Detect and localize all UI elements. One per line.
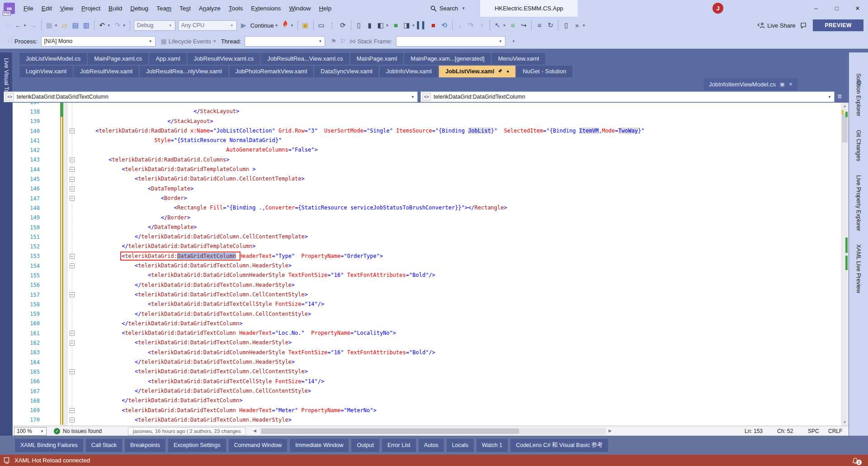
dropdown-arrow-icon[interactable]: ▼: [275, 24, 278, 28]
navigation-dropdown-left[interactable]: <> telerikDataGrid:DataGridTextColumn ▼: [4, 91, 418, 102]
code-text[interactable]: </DataTemplate>: [76, 223, 197, 232]
package-icon[interactable]: ▮: [365, 20, 375, 31]
menu-tools[interactable]: Tools: [225, 0, 247, 17]
step-over-icon[interactable]: ↷: [466, 20, 476, 31]
code-text[interactable]: </Border>: [76, 213, 190, 223]
tab-jobresultview-xaml-cs[interactable]: JobResultView.xaml.cs: [188, 53, 260, 65]
code-text[interactable]: </StackLayout>: [76, 107, 239, 116]
code-text[interactable]: <Border>: [76, 194, 187, 203]
code-text[interactable]: <telerikDataGrid:DataGridTextColumn Head…: [76, 328, 396, 338]
side-tab-live-property-explorer[interactable]: Live Property Explorer: [855, 175, 862, 231]
panel-tab-autos[interactable]: Autos: [419, 439, 444, 452]
code-text[interactable]: <telerikDataGrid:DataGridTextColumn.Head…: [76, 261, 292, 271]
code-text[interactable]: <telerikDataGrid:DataGridTextColumn.Head…: [76, 415, 292, 425]
eol-indicator[interactable]: CRLF: [828, 428, 842, 434]
hot-reload-icon[interactable]: [280, 20, 290, 31]
horizontal-scrollbar[interactable]: [260, 428, 606, 434]
pause-icon[interactable]: ▍▍: [417, 20, 427, 31]
menu-help[interactable]: Help: [315, 0, 335, 17]
scrollbar-thumb[interactable]: [842, 114, 848, 143]
document-outline-icon[interactable]: ≡: [534, 20, 544, 31]
tab-mainpage-xaml[interactable]: MainPage.xaml: [350, 53, 404, 65]
step-out-icon[interactable]: ↑: [477, 20, 487, 31]
search-control[interactable]: Search ▼: [430, 0, 465, 17]
pin-icon[interactable]: [498, 66, 503, 77]
screen-icon[interactable]: ◧: [376, 20, 386, 31]
tab-mainpage-xam-generated[interactable]: MainPage.xam...[generated]: [404, 53, 491, 65]
code-text[interactable]: <telerikDataGrid:DataGridTextCellStyle F…: [76, 377, 324, 386]
navigate-forward-icon[interactable]: →: [28, 20, 38, 31]
fold-toggle[interactable]: −: [70, 341, 75, 346]
continue-label[interactable]: Continue: [250, 22, 274, 29]
user-avatar[interactable]: J: [712, 3, 723, 14]
dropdown-arrow-icon[interactable]: ▼: [107, 24, 111, 28]
code-text[interactable]: </telerikDataGrid:DataGridColumn.CellCon…: [76, 232, 308, 242]
code-text[interactable]: </telerikDataGrid:DataGridTextColumn.Hea…: [76, 357, 295, 367]
code-text[interactable]: AutoGenerateColumns="False">: [76, 145, 318, 155]
dropdown-arrow-icon[interactable]: ▼: [412, 24, 415, 28]
dropdown-arrow-icon[interactable]: ▼: [290, 24, 294, 28]
code-text[interactable]: <telerikDataGrid:DataGridTextColumn Head…: [76, 406, 377, 415]
side-tab-live-visual-tree[interactable]: Live Visual Tree: [3, 52, 9, 455]
gear-icon[interactable]: ⚙: [856, 79, 862, 87]
code-text[interactable]: <telerikDataGrid:DataGridTextColumn.Head…: [76, 338, 292, 347]
fold-toggle[interactable]: −: [70, 167, 75, 172]
redo-icon[interactable]: ↷: [113, 20, 123, 31]
flag-outline-icon[interactable]: ⚐: [340, 38, 346, 45]
tab-jobresultrea-view-xaml-cs[interactable]: JobResultRea...View.xaml.cs: [261, 53, 349, 65]
fold-toggle[interactable]: −: [70, 128, 75, 133]
layout-icon[interactable]: ◨: [402, 20, 412, 31]
issues-status[interactable]: No issues found: [63, 428, 102, 434]
fold-toggle[interactable]: −: [70, 177, 75, 182]
more-windows-icon[interactable]: ⋮: [327, 20, 337, 31]
toolbar-grip[interactable]: ⋮⋮: [6, 39, 13, 43]
dropdown-arrow-icon[interactable]: ▼: [123, 24, 126, 28]
tab-jobinfoitemviewmodel[interactable]: JobInfoItemViewModel.cs ▣ ✕: [704, 78, 798, 90]
close-icon[interactable]: ✕: [788, 81, 793, 87]
menu-analyze[interactable]: Analyze: [195, 0, 225, 17]
go-to-source-icon[interactable]: ↪: [519, 20, 528, 31]
side-tab-xaml-live-preview[interactable]: XAML Live Preview: [855, 244, 862, 293]
refresh-xaml-icon[interactable]: ↻: [545, 20, 555, 31]
tab-joblistviewmodel-cs[interactable]: JobListViewModel.cs: [19, 53, 87, 65]
code-text[interactable]: <telerikDataGrid:DataGridTextColumn Head…: [76, 252, 383, 261]
tab-menuview-xaml[interactable]: MenuView.xaml: [492, 53, 546, 65]
minimize-button[interactable]: –: [806, 0, 826, 17]
code-text[interactable]: <telerikDataGrid:RadDataGrid x:Name="Job…: [76, 126, 644, 136]
scroll-right-icon[interactable]: ▶: [609, 428, 612, 433]
dropdown-arrow-icon[interactable]: ▼: [503, 24, 506, 28]
tab-joblistview-xaml[interactable]: JobListView.xaml●: [439, 66, 515, 77]
panel-tab-immediate-window[interactable]: Immediate Window: [290, 439, 349, 452]
toolbar-overflow-icon[interactable]: ▼: [512, 39, 515, 43]
fold-toggle[interactable]: −: [70, 292, 75, 297]
device-icon[interactable]: ▯: [561, 20, 571, 31]
live-share-button[interactable]: Live Share: [757, 22, 795, 29]
code-text[interactable]: <DataTemplate>: [76, 184, 193, 194]
tab-loginview-xaml[interactable]: LoginView.xaml: [19, 66, 73, 77]
menu-build[interactable]: Build: [104, 0, 126, 17]
lifecycle-events-label[interactable]: Lifecycle Events: [169, 38, 211, 45]
panel-tab-output[interactable]: Output: [351, 439, 379, 452]
menu-project[interactable]: Project: [77, 0, 104, 17]
xaml-lines-icon[interactable]: ≡: [508, 20, 518, 31]
panel-tab-command-window[interactable]: Command Window: [229, 439, 288, 452]
code-editor[interactable]: 137138 </StackLayout>139 </StackLayout>1…: [13, 103, 849, 426]
stop-icon[interactable]: ■: [429, 20, 439, 31]
panel-tab-exception-settings[interactable]: Exception Settings: [168, 439, 226, 452]
notifications-button[interactable]: 2: [852, 456, 862, 465]
vertical-scrollbar[interactable]: ▲ ▼: [841, 103, 849, 426]
dropdown-arrow-icon[interactable]: ▼: [54, 24, 58, 28]
fold-toggle[interactable]: −: [70, 254, 75, 259]
codelens-info[interactable]: jasonwu, 16 hours ago | 2 authors, 23 ch…: [128, 427, 246, 435]
thread-select[interactable]: ▼: [245, 36, 325, 47]
undo-icon[interactable]: ↶: [97, 20, 107, 31]
dropdown-arrow-icon[interactable]: ▼: [582, 24, 585, 28]
code-text[interactable]: <telerikDataGrid:DataGridTemplateColumn …: [76, 165, 255, 174]
panel-tab-call-stack[interactable]: Call Stack: [86, 439, 122, 452]
spaces-indicator[interactable]: SPC: [808, 428, 819, 434]
code-text[interactable]: </telerikDataGrid:DataGridTemplateColumn…: [76, 242, 255, 251]
tab-jobresultview-xaml[interactable]: JobResultView.xaml: [74, 66, 139, 77]
code-text[interactable]: </telerikDataGrid:DataGridTextColumn.Hea…: [76, 281, 295, 290]
restart-window-icon[interactable]: ⟳: [338, 20, 348, 31]
fold-toggle[interactable]: −: [70, 186, 75, 191]
